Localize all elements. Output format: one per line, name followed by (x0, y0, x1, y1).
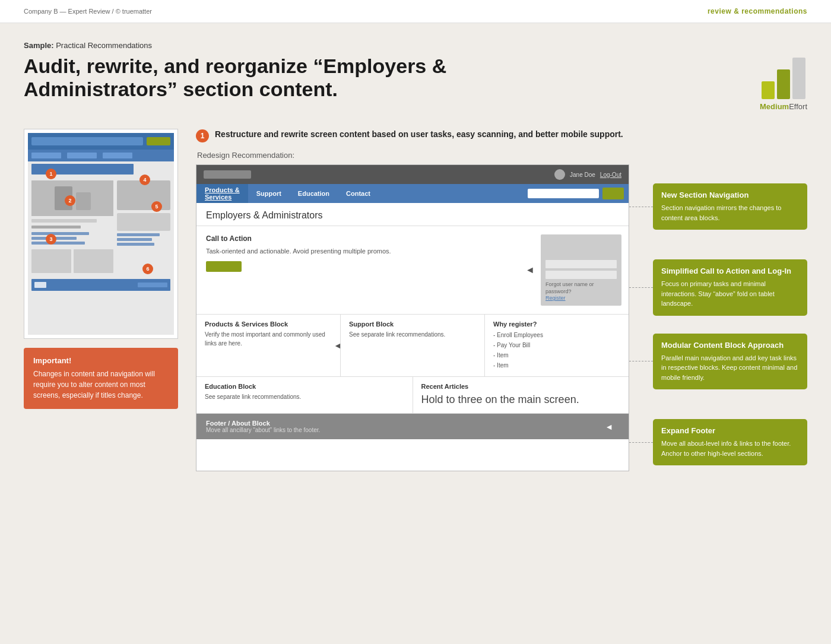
wf-education-text: See separate link recommendations. (205, 392, 404, 401)
wf-cta-title: Call to Action (206, 234, 524, 243)
wf-cta-left: Call to Action Task-oriented and actiona… (196, 226, 534, 314)
dashed-line-1 (629, 207, 653, 207)
wf-page-title: Employers & Administrators (196, 203, 629, 226)
wf-user-circle (554, 169, 565, 180)
title-row: Audit, rewrite, and reorganize “Employer… (24, 55, 807, 111)
dashed-line-2 (629, 287, 653, 288)
ss-footer-logo (34, 282, 46, 288)
wf-header: Jane Doe Log-Out (196, 165, 629, 184)
ss-num-4: 4 (139, 175, 150, 185)
wf-block-why-title: Why register? (493, 321, 620, 328)
effort-indicator: MediumEffort (760, 58, 807, 111)
effort-label: MediumEffort (760, 102, 807, 111)
ss-left-content (31, 180, 113, 273)
annotations-column: New Section Navigation Section navigatio… (629, 164, 807, 471)
wireframe: Jane Doe Log-Out Products &Services Supp… (196, 164, 629, 471)
wf-user-area: Jane Doe Log-Out (554, 169, 621, 180)
wf-nav-products[interactable]: Products &Services (196, 184, 248, 203)
ss-nav-item-2 (67, 153, 97, 158)
important-title: Important! (33, 356, 169, 365)
important-text: Changes in content and navigation will r… (33, 369, 169, 401)
effort-bar-3 (792, 58, 805, 99)
wf-cta-right: ◄ Forgot user name or password? Register (534, 226, 629, 314)
wf-login-field-1[interactable] (545, 260, 617, 268)
effort-bar-1 (762, 81, 775, 99)
wf-block-support-title: Support Block (349, 321, 476, 328)
wf-cta-row: Call to Action Task-oriented and actiona… (196, 226, 629, 315)
annotation-group-3: Modular Content Block Approach Parallel … (629, 334, 807, 390)
ss-num-1: 1 (46, 169, 56, 179)
ss-nav-item-1 (31, 153, 61, 158)
wf-cta-btn[interactable] (206, 261, 242, 272)
wf-block-why: Why register? - Enroll Employees - Pay Y… (485, 315, 629, 376)
instruction-row: 1 Restructure and rewrite screen content… (196, 129, 807, 142)
wf-login-box: Forgot user name or password? Register (541, 234, 621, 306)
wf-nav-support[interactable]: Support (248, 184, 290, 203)
body-row: 1 2 3 4 5 6 Important! Changes in conten… (24, 129, 807, 471)
annotation-box-4: Expand Footer Move all about-level info … (653, 419, 807, 465)
important-box: Important! Changes in content and naviga… (24, 348, 178, 409)
ss-body (28, 177, 174, 277)
top-bar: Company B — Expert Review / © truematter… (0, 0, 831, 23)
ss-num-6: 6 (142, 264, 153, 274)
effort-bar-2 (777, 69, 790, 99)
wf-bottom-education: Education Block See separate link recomm… (196, 377, 413, 413)
wf-search-btn[interactable] (602, 188, 624, 199)
section-label: review & recommendations (708, 7, 807, 15)
ss-header (28, 133, 174, 150)
annotation-title-1: New Section Navigation (661, 191, 799, 199)
wf-login-field-2[interactable] (545, 271, 617, 279)
wf-login-forgot: Forgot user name or password? (545, 281, 617, 295)
annotation-group-1: New Section Navigation Section navigatio… (629, 183, 807, 230)
ss-link-1 (31, 232, 89, 235)
wf-nav-education[interactable]: Education (290, 184, 338, 203)
wf-block-support-text: See separate link recommendations. (349, 330, 476, 339)
ss-num-3: 3 (46, 234, 56, 245)
annotation-title-2: Simplified Call to Action and Log-In (661, 267, 799, 275)
ss-nav (28, 150, 174, 161)
annotation-title-4: Expand Footer (661, 426, 799, 435)
annotation-box-3: Modular Content Block Approach Parallel … (653, 334, 807, 390)
wf-nav-search (528, 184, 629, 203)
wf-block-support: Support Block See separate link recommen… (341, 315, 485, 376)
ss-footer-ss (31, 279, 170, 291)
ss-block-2 (31, 226, 81, 229)
wf-block-products: Products & Services Block Verify the mos… (196, 315, 341, 376)
wf-bottom-articles: Recent Articles Hold to three on the mai… (413, 377, 629, 413)
redesign-label: Redesign Recommendation: (197, 151, 807, 160)
instruction-text: Restructure and rewrite screen content b… (215, 129, 623, 141)
ss-nav-item-3 (103, 153, 132, 158)
company-label: Company B — Expert Review / © truematter (24, 8, 152, 15)
wf-education-title: Education Block (205, 383, 404, 390)
spacer-1 (629, 230, 807, 259)
wf-footer-content: Footer / About Block Move all ancillary … (206, 420, 320, 433)
wf-logout[interactable]: Log-Out (600, 172, 621, 178)
wf-logo-bar (204, 170, 251, 179)
wf-nav: Products &Services Support Education Con… (196, 184, 629, 203)
wireframe-section: Jane Doe Log-Out Products &Services Supp… (196, 164, 807, 471)
page-title: Audit, rewrite, and reorganize “Employer… (24, 55, 487, 101)
wf-search-bar[interactable] (528, 189, 599, 198)
instruction-number: 1 (196, 129, 209, 142)
sample-label: Sample: Practical Recommendations (24, 41, 807, 50)
wf-articles-text: Hold to three on the main screen. (421, 392, 621, 407)
wf-footer-arrow: ◄ (605, 422, 613, 432)
wf-nav-contact[interactable]: Contact (338, 184, 379, 203)
annotation-text-3: Parallel main navigation and add key tas… (661, 353, 799, 383)
annotation-group-4: Expand Footer Move all about-level info … (629, 419, 807, 465)
annotation-text-1: Section navigation mirrors the changes t… (661, 203, 799, 223)
annotation-title-3: Modular Content Block Approach (661, 341, 799, 350)
ss-num-5: 5 (151, 201, 162, 212)
wf-bottom-row: Education Block See separate link recomm… (196, 377, 629, 414)
wf-footer-title: Footer / About Block (206, 420, 320, 427)
ss-right-links (117, 233, 170, 246)
wf-login-register[interactable]: Register (545, 295, 617, 302)
wf-support-arrow: ◄ (334, 341, 342, 350)
ss-header-bar (31, 137, 143, 145)
ss-link-3 (31, 242, 85, 245)
wf-blocks-row: Products & Services Block Verify the mos… (196, 315, 629, 377)
left-column: 1 2 3 4 5 6 Important! Changes in conten… (24, 129, 178, 409)
ss-right-content (117, 180, 170, 273)
main-content: Sample: Practical Recommendations Audit,… (0, 23, 831, 495)
wf-user-name: Jane Doe (570, 172, 595, 178)
